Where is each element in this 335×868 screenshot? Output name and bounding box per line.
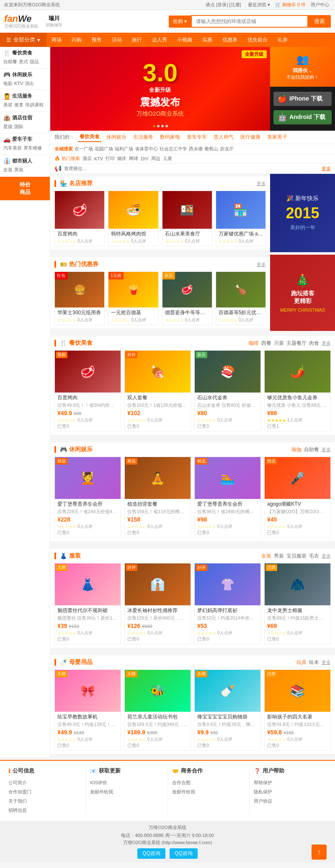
- cat-tab-car[interactable]: 拿车专车: [185, 133, 209, 142]
- food-item-1[interactable]: 预购 🥩 百度烤肉 仅售49.9元！！省5%约价值99元的超值烤肉单人自助 ¥4…: [54, 350, 121, 431]
- food-item-3[interactable]: 新店 🍣 石山水代金券 石山水金券 仅售80元 价值100元优惠代金券 ¥80 …: [194, 350, 261, 431]
- ios-download-btn[interactable]: 🍎 IPhone 下载: [273, 92, 332, 106]
- food-tab-theme[interactable]: 主题餐厅: [286, 340, 307, 347]
- nav-item-gift[interactable]: 礼券: [273, 33, 293, 47]
- footer-cooperate-link[interactable]: 合作合图: [172, 778, 245, 787]
- cat-tab-digital[interactable]: 数码家电: [158, 133, 182, 142]
- kids-tab-books[interactable]: 绘本: [309, 659, 319, 666]
- qq-link-2[interactable]: QQ咨询: [170, 848, 198, 859]
- hot-tag-1[interactable]: 酒店: [82, 155, 92, 162]
- kids-tab-toys[interactable]: 玩具: [296, 659, 307, 666]
- cat-tab-leisure[interactable]: 休闲娱乐: [105, 133, 128, 142]
- banner-dot-4[interactable]: [165, 125, 168, 127]
- loc-6[interactable]: 西乡塘: [189, 146, 203, 152]
- login-link[interactable]: 请点 [登录] [注册]: [206, 2, 241, 8]
- apparel-tab-baby[interactable]: 宝贝服装: [286, 553, 307, 560]
- loc-7[interactable]: 葡萄山: [204, 146, 218, 152]
- footer-about-link[interactable]: 公司简介: [8, 778, 81, 787]
- loc-3[interactable]: 福利广场: [115, 146, 133, 152]
- hot-tag-6[interactable]: DIY: [141, 156, 148, 161]
- nav-item-deals[interactable]: 实惠: [197, 33, 217, 47]
- cat-tab-medical[interactable]: 医疗健康: [239, 133, 262, 142]
- qq-link-1[interactable]: QQ咨询: [137, 848, 165, 859]
- leisure-tab-yoga[interactable]: 瑜伽: [291, 446, 302, 453]
- shop-card-2[interactable]: 🍜 韩特风格烤肉馆 ☆☆☆☆☆ 0人点评: [108, 191, 158, 246]
- hot-tag-2[interactable]: KTV: [94, 156, 103, 161]
- nav-item-mall[interactable]: 商场: [46, 33, 67, 47]
- cat-tab-food[interactable]: 餐饮美食: [78, 132, 101, 142]
- banner-dot-3[interactable]: [161, 125, 164, 127]
- loc-2[interactable]: 花园广场: [95, 146, 113, 152]
- search-button[interactable]: 搜索: [308, 15, 331, 28]
- scroll-top-btn[interactable]: ↑: [312, 845, 327, 860]
- shop-card-4[interactable]: 🏪 万家键优惠广场 app ☆☆☆☆☆ 0人点评: [216, 191, 266, 246]
- cat-tab-life[interactable]: 生活服务: [131, 133, 155, 142]
- footer-agreement-link[interactable]: 用户协议: [254, 796, 327, 806]
- leisure-item-1[interactable]: 精选 💆 爱丁堡尊贵养生会所 仅售228元！省244元价值45元的稀缺豪华精品套…: [54, 457, 121, 538]
- coupon-2[interactable]: 1元抢 🍟 一元抢百德基 ☆☆☆☆☆ 0人点评: [108, 271, 158, 325]
- kids-more[interactable]: 更多: [322, 659, 331, 666]
- footer-privacy-link[interactable]: 隐私保护: [254, 787, 327, 796]
- sidebar-cat-life[interactable]: 💆生活服务 美容推拿培训课程: [0, 90, 50, 112]
- sidebar-special[interactable]: 特价 商品: [0, 177, 50, 200]
- hot-tag-8[interactable]: 儿童: [163, 155, 172, 162]
- nav-item-activity[interactable]: 活动: [107, 33, 127, 47]
- food-item-2[interactable]: 好评 🍖 双人套餐 仅售102元！1省135元价值125元双人套餐 ¥102 ☆…: [124, 350, 191, 431]
- kids-item-4[interactable]: 大牌 📚 影响孩子的四大名著 仅售59.8元！约值133.5元！影响孩子的四大名…: [264, 669, 331, 751]
- hot-tag-4[interactable]: 婚庆: [117, 155, 126, 162]
- shop-card-3[interactable]: 🍱 石山水果美食厅 ☆☆☆☆☆ 0人点评: [162, 191, 212, 246]
- sidebar-cat-food[interactable]: 🍴餐饮类食 自助餐意式甜品: [0, 47, 50, 69]
- footer-franchise-link[interactable]: 合作加盟门: [8, 787, 81, 796]
- nav-item-video[interactable]: 小视频: [172, 33, 197, 47]
- city-name[interactable]: 瑞川: [49, 15, 59, 22]
- user-center-link[interactable]: 用户中心: [311, 2, 329, 8]
- food-item-4[interactable]: 🌶️ 够元优质鱼小鱼儿金券 够元优质 小鱼儿 仅售88元 价值100元代金券 ¥…: [264, 350, 331, 431]
- apparel-more[interactable]: 更多: [322, 553, 331, 559]
- loc-5[interactable]: 社会总汇中学: [160, 146, 187, 152]
- android-download-btn[interactable]: 🤖 Android 下载: [273, 110, 332, 124]
- footer-recruit-link[interactable]: 招聘信息: [8, 806, 81, 815]
- apparel-item-4[interactable]: 大牌 🧥 龙中龙男士棉服 仅售69元！约值15款男士棉服，青年男时尚外套 ¥69…: [264, 563, 331, 644]
- footer-aboutus-link[interactable]: 关于我们: [8, 796, 81, 806]
- leisure-item-4[interactable]: 精选 🎤 agogo潮藏KTV 【万家键O2O】万维O2O平台 agogo潮藏K…: [264, 457, 331, 538]
- hot-tag-3[interactable]: 打印: [106, 155, 115, 162]
- apparel-tab-knitwear[interactable]: 毛衣: [309, 553, 319, 560]
- search-location-btn[interactable]: 抢购 ▾: [169, 16, 191, 28]
- main-banner[interactable]: 3.0 全新升级 震撼发布 万维O2O商业系统 全新升级: [50, 47, 270, 131]
- nav-all-categories[interactable]: ☰ 全部分类 ▾: [0, 33, 46, 47]
- food-tab-coffee[interactable]: 咖啡: [249, 340, 259, 347]
- apparel-item-2[interactable]: 好评 👔 冰爱长袖衬衫性感推荐 仅售126元！原价660元，冰爱长袖衬衫 ¥12…: [124, 563, 191, 644]
- coupon-4[interactable]: 🍗 百德基等5折元优惠券 ☆☆☆☆☆ 0人点评: [216, 271, 266, 325]
- leisure-item-3[interactable]: 精选 🏊 爱丁堡尊贵养生会所 仅售98元！省2480元的稀缺尊贵套餐，一年 ¥9…: [194, 457, 261, 538]
- food-tab-meat[interactable]: 肉食: [309, 340, 319, 347]
- banner-dot-2[interactable]: [157, 125, 160, 127]
- footer-email-link[interactable]: 发邮件给我: [90, 787, 163, 796]
- footer-business-email[interactable]: 发邮件给我: [172, 787, 245, 796]
- hot-tag-7[interactable]: 周边: [151, 155, 160, 162]
- loc-8[interactable]: 农业厅: [220, 146, 234, 152]
- leisure-more[interactable]: 更多: [322, 447, 331, 453]
- sidebar-cat-hotel[interactable]: 🏨酒店住宿 星级国际: [0, 112, 50, 134]
- nav-item-travel[interactable]: 旅行: [127, 33, 147, 47]
- announce-more[interactable]: 更多: [322, 165, 331, 172]
- loc-4[interactable]: 省体育中心: [135, 146, 158, 152]
- apparel-item-1[interactable]: 大牌 👗 魅惑蕾丝代尔不规则裙 魅惑蕾丝 仅售39元！原价159元 ¥39¥15…: [54, 563, 121, 644]
- banner-dot-1[interactable]: [153, 125, 155, 127]
- nav-item-talent[interactable]: 达人秀: [147, 33, 172, 47]
- loc-1[interactable]: 在一广场: [75, 146, 93, 152]
- food-tab-western[interactable]: 西餐: [261, 340, 271, 347]
- promo-top[interactable]: 👥 我搭伙， 不如找我团购！: [270, 47, 335, 87]
- hot-deals-more[interactable]: 更多: [257, 261, 266, 268]
- kids-item-2[interactable]: 大牌 🐝 荷兰亲儿童活动玩书包 仅售189.9元！约值399元，荷兰亲儿童动活玩…: [124, 669, 191, 751]
- featured-more[interactable]: 更多: [257, 181, 266, 187]
- coupon-3[interactable]: 新店 🥩 德普姿身牛等等百元代 ☆☆☆☆☆ 0人点评: [162, 271, 212, 325]
- footer-help-protect[interactable]: 帮助保护: [254, 778, 327, 787]
- kids-item-1[interactable]: 大牌 🎀 绘宝早教数故事机 仅售49.9元！约值139元！绘宝早教故事机 ¥49…: [54, 669, 121, 751]
- shop-card-1[interactable]: 🥩 百度烤肉 ☆☆☆☆☆ 0人点评: [54, 191, 105, 246]
- kids-item-3[interactable]: 大牌 🍼 馋宝宝宝宝宝贝购物袋 仅售9.9元！约值39元，馋宝宝宝贝购物袋 ¥9…: [194, 669, 261, 751]
- hot-tag-5[interactable]: 网球: [129, 155, 138, 162]
- cat-tab-beauty[interactable]: 贵人帅气: [212, 133, 235, 142]
- sidebar-cat-leisure[interactable]: 🎮休闲娱乐 电影KTV演出: [0, 69, 50, 90]
- apparel-tab-men[interactable]: 男装: [274, 553, 284, 560]
- food-tab-sichuan[interactable]: 川菜: [274, 340, 284, 347]
